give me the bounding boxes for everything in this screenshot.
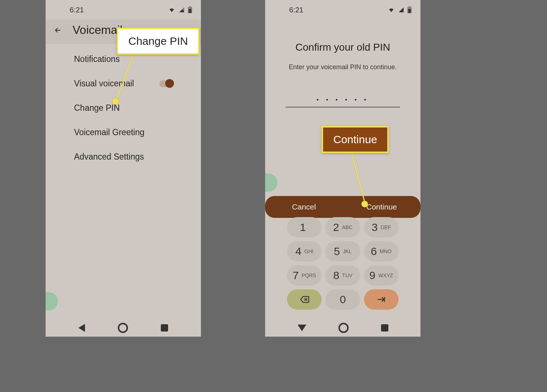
wifi-icon: [388, 7, 395, 13]
settings-item-label: Voicemail Greeting: [74, 128, 144, 137]
status-time: 6:21: [70, 6, 84, 14]
callout-continue: Continue: [322, 126, 389, 153]
nav-back-icon[interactable]: [298, 325, 306, 331]
status-time: 6:21: [289, 6, 303, 14]
keypad-next[interactable]: [364, 289, 399, 310]
pin-screen-subtitle: Enter your voicemail PIN to continue.: [265, 63, 420, 71]
svg-text:!: !: [183, 8, 184, 11]
settings-item-label: Visual voicemail: [74, 79, 134, 89]
nav-recent-icon[interactable]: [381, 324, 388, 332]
settings-item-visual-voicemail[interactable]: Visual voicemail: [46, 71, 201, 96]
nav-home-icon[interactable]: [118, 323, 128, 333]
numeric-keypad: 1 2ABC 3DEF 4GHI 5JKL 6MNO 7PQRS 8TUV 9W…: [265, 217, 420, 310]
keypad-8[interactable]: 8TUV: [325, 265, 360, 286]
settings-item-label: Advanced Settings: [74, 152, 144, 162]
keypad-7[interactable]: 7PQRS: [287, 265, 322, 286]
keypad-5[interactable]: 5JKL: [325, 241, 360, 262]
phone-screen-confirm-pin: 6:21 Confirm your old PIN Enter your voi…: [265, 0, 420, 337]
cancel-button[interactable]: Cancel: [265, 196, 343, 218]
keypad-9[interactable]: 9WXYZ: [364, 265, 399, 286]
keypad-2[interactable]: 2ABC: [325, 217, 360, 238]
pin-screen-title: Confirm your old PIN: [265, 42, 420, 53]
page-title: Voicemail: [73, 23, 123, 37]
nav-recent-icon[interactable]: [161, 324, 168, 332]
settings-item-label: Change PIN: [74, 103, 120, 113]
dialog-buttons: Cancel Continue: [265, 196, 420, 218]
android-nav-bar: [46, 323, 201, 333]
battery-icon: [407, 7, 412, 13]
next-arrow-icon: [376, 294, 386, 305]
floating-bubble[interactable]: [46, 292, 58, 310]
svg-rect-3: [189, 7, 191, 7]
keypad-0[interactable]: 0: [325, 289, 360, 310]
floating-bubble[interactable]: [265, 173, 278, 192]
settings-item-voicemail-greeting[interactable]: Voicemail Greeting: [46, 120, 201, 145]
android-nav-bar: [265, 323, 420, 333]
status-bar: 6:21 !: [46, 0, 201, 20]
keypad-6[interactable]: 6MNO: [364, 241, 399, 262]
back-arrow-icon[interactable]: [54, 26, 62, 35]
pin-input-field[interactable]: • • • • • •: [286, 97, 400, 107]
keypad-1[interactable]: 1: [287, 217, 322, 238]
signal-icon: !: [178, 7, 185, 13]
backspace-icon: [299, 294, 310, 305]
svg-rect-7: [408, 8, 411, 13]
settings-item-change-pin[interactable]: Change PIN: [46, 96, 201, 120]
callout-dot: [361, 201, 368, 207]
continue-button[interactable]: Continue: [343, 196, 420, 218]
keypad-4[interactable]: 4GHI: [287, 241, 322, 262]
keypad-3[interactable]: 3DEF: [364, 217, 399, 238]
settings-list: Notifications Visual voicemail Change PI…: [46, 44, 201, 172]
callout-change-pin: Change PIN: [117, 28, 199, 55]
svg-rect-4: [189, 8, 191, 13]
wifi-icon: [168, 7, 175, 13]
keypad-backspace[interactable]: [287, 289, 322, 310]
status-icons: [388, 7, 412, 13]
nav-back-icon[interactable]: [78, 324, 85, 332]
callout-dot: [112, 98, 119, 105]
status-icons: !: [168, 7, 192, 13]
settings-item-label: Notifications: [74, 54, 120, 64]
svg-rect-6: [409, 7, 410, 7]
status-bar: 6:21: [265, 0, 420, 20]
signal-icon: [398, 7, 404, 13]
nav-home-icon[interactable]: [338, 323, 349, 333]
visual-voicemail-toggle[interactable]: [159, 81, 172, 87]
battery-icon: [188, 7, 192, 13]
settings-item-advanced-settings[interactable]: Advanced Settings: [46, 145, 201, 169]
